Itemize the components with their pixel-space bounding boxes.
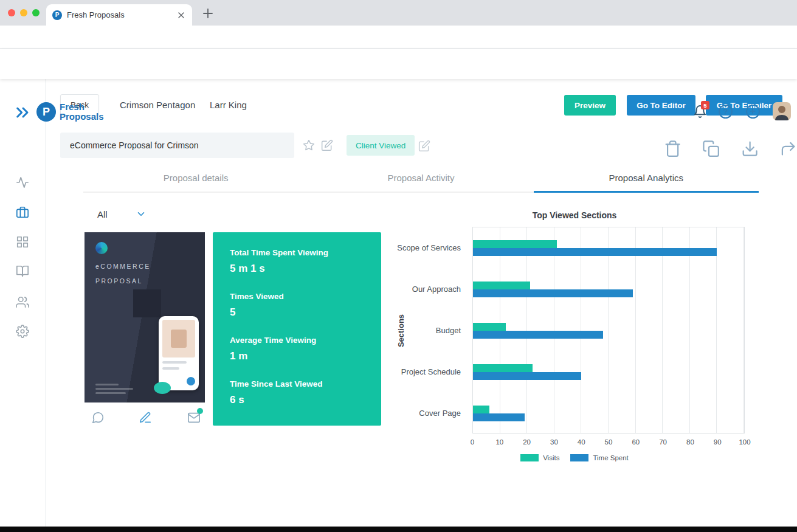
chart-x-tick: 60 xyxy=(632,438,640,446)
thumbnail-logo-icon xyxy=(95,242,108,254)
email-status-dot xyxy=(197,408,203,414)
new-tab-button[interactable] xyxy=(201,6,215,21)
section-filter-dropdown[interactable]: All xyxy=(97,209,147,219)
chart-category-label: Scope of Services xyxy=(376,227,467,268)
proposal-thumbnail[interactable]: eCOMMERCE PROPOSAL xyxy=(85,232,205,402)
chart-category-label: Our Approach xyxy=(376,268,467,309)
tab-proposal-activity[interactable]: Proposal Activity xyxy=(308,173,533,193)
chart-x-tick: 50 xyxy=(605,438,613,446)
delete-trash-icon[interactable] xyxy=(664,140,681,157)
maximize-window-button[interactable] xyxy=(32,9,40,16)
chart-bar-group xyxy=(473,393,744,434)
tab-proposal-analytics[interactable]: Proposal Analytics xyxy=(534,173,759,193)
go-to-editor-button[interactable]: Go To Editor xyxy=(627,95,695,116)
chevron-down-icon xyxy=(136,209,147,219)
chart-x-tick: 70 xyxy=(659,438,667,446)
chart-bar-time-spent xyxy=(473,331,603,339)
sidebar-item-templates[interactable] xyxy=(16,235,29,249)
legend-swatch xyxy=(570,454,588,461)
chart-title: Top Viewed Sections xyxy=(398,210,751,220)
chart-category-label: Project Schedule xyxy=(376,351,467,392)
duplicate-copy-icon[interactable] xyxy=(702,140,720,157)
stat-total-time: Total Time Spent Viewing 5 m 1 s xyxy=(230,248,369,275)
window-controls xyxy=(8,9,40,16)
app-header: P Fresh Proposals 5 ? + xyxy=(0,49,797,79)
client-company-name: Crimson Pentagon xyxy=(120,100,195,110)
legend-item: Time Spent xyxy=(570,454,628,461)
legend-label: Time Spent xyxy=(593,454,628,461)
chart-bar-group xyxy=(473,310,744,351)
brand-line-2: Proposals xyxy=(60,112,104,122)
share-forward-icon[interactable] xyxy=(779,140,797,157)
chart-bar-group xyxy=(473,227,744,269)
chart-y-axis-label: Sections xyxy=(396,297,406,364)
chart-x-ticks: 0102030405060708090100 xyxy=(472,438,745,447)
stat-time-since-last: Time Since Last Viewed 6 s xyxy=(230,379,369,406)
legend-swatch xyxy=(520,454,539,461)
chart-x-tick: 0 xyxy=(471,438,474,446)
stat-value: 5 m 1 s xyxy=(230,263,369,275)
stat-label: Times Viewed xyxy=(230,292,369,301)
chart-category-labels: Scope of ServicesOur ApproachBudgetProje… xyxy=(376,227,467,434)
stat-value: 1 m xyxy=(230,350,369,362)
fresh-proposals-favicon: P xyxy=(52,10,62,20)
filter-selected-value: All xyxy=(97,209,108,219)
tab-title: Fresh Proposals xyxy=(67,10,171,19)
tab-proposal-details[interactable]: Proposal details xyxy=(83,173,308,193)
brand-line-1: Fresh xyxy=(60,102,104,112)
proposal-actions xyxy=(664,140,797,157)
brand-name: Fresh Proposals xyxy=(60,102,104,122)
download-icon[interactable] xyxy=(741,140,759,157)
thumbnail-blue-dot xyxy=(187,377,195,385)
stat-value: 5 xyxy=(230,306,369,319)
browser-tab[interactable]: P Fresh Proposals xyxy=(46,4,192,26)
fresh-proposals-logo-icon[interactable]: P xyxy=(36,102,56,122)
sidebar-item-content-library[interactable] xyxy=(16,264,29,278)
chart-x-tick: 80 xyxy=(686,438,694,446)
stat-times-viewed: Times Viewed 5 xyxy=(230,292,369,319)
chart-bar-visits xyxy=(473,240,557,248)
chart-plot xyxy=(472,227,745,434)
sidebar-item-activity[interactable] xyxy=(16,176,29,189)
chart-x-tick: 90 xyxy=(714,438,722,446)
sidebar-item-settings[interactable] xyxy=(16,325,29,338)
status-badge: Client Viewed xyxy=(347,135,415,156)
proposal-title-field[interactable]: eCommerce Proposal for Crimson xyxy=(60,133,294,158)
chart-bar-time-spent xyxy=(473,372,581,380)
comments-chat-icon[interactable] xyxy=(91,411,105,424)
go-to-emailer-button[interactable]: Go To Emailer xyxy=(706,95,782,116)
sidebar-item-clients[interactable] xyxy=(16,295,29,309)
create-new-button[interactable]: + xyxy=(746,105,760,119)
tab-close-icon[interactable] xyxy=(176,10,186,20)
close-window-button[interactable] xyxy=(8,9,15,16)
stat-value: 6 s xyxy=(230,394,369,406)
stat-label: Average Time Viewing xyxy=(230,336,369,345)
sidebar-item-proposals[interactable] xyxy=(16,206,29,219)
edit-pencil-icon[interactable] xyxy=(139,411,152,424)
chart-bar-time-spent xyxy=(473,248,717,256)
chart-category-label: Budget xyxy=(376,309,467,351)
edit-title-icon[interactable] xyxy=(321,139,333,151)
help-button[interactable]: ? xyxy=(719,105,733,119)
browser-toolbar: https://proposals.awesomeinc.com/home/pr… xyxy=(0,26,797,49)
minimize-window-button[interactable] xyxy=(20,9,27,16)
thumbnail-teal-blob xyxy=(154,382,171,394)
stat-average-time: Average Time Viewing 1 m xyxy=(230,336,369,362)
chart-x-tick: 40 xyxy=(578,438,585,446)
chart-bar-visits xyxy=(473,364,533,372)
chart-bar-time-spent xyxy=(473,413,525,421)
browser-window: P Fresh Proposals https://proposals.awes… xyxy=(0,0,797,532)
sidebar-collapse-chevrons-icon[interactable] xyxy=(15,104,32,121)
proposal-tabs: Proposal details Proposal Activity Propo… xyxy=(83,173,759,193)
chart-bar-visits xyxy=(473,406,489,413)
thumbnail-title-line1: eCOMMERCE xyxy=(95,263,151,270)
email-envelope-icon[interactable] xyxy=(187,411,201,424)
thumbnail-title-line2: PROPOSAL xyxy=(95,277,143,285)
star-icon[interactable] xyxy=(303,139,315,151)
chart-bar-group xyxy=(473,269,744,310)
edit-status-icon[interactable] xyxy=(418,140,430,152)
preview-button[interactable]: Preview xyxy=(564,95,616,116)
thumbnail-footer-text xyxy=(95,384,133,394)
chart-x-tick: 10 xyxy=(495,438,503,446)
user-avatar[interactable] xyxy=(773,102,791,120)
